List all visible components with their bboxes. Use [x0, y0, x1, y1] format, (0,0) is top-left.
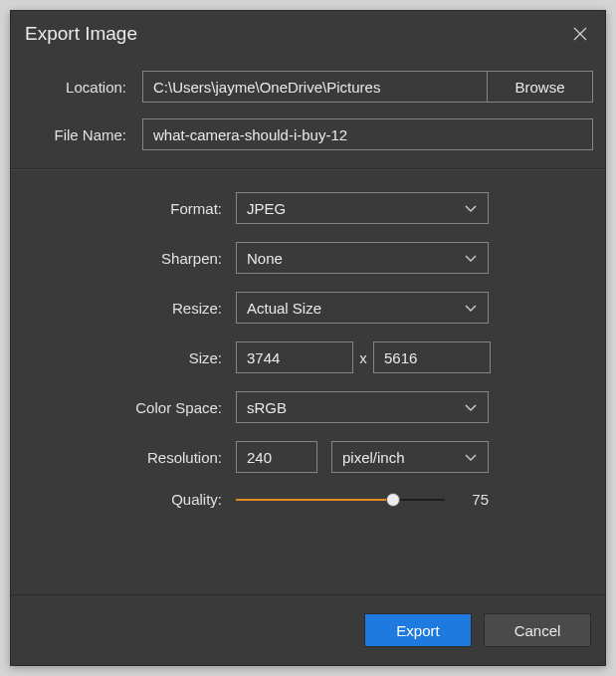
size-height-input[interactable] — [373, 341, 491, 373]
filename-label: File Name: — [23, 126, 142, 143]
format-select[interactable]: JPEG — [236, 192, 489, 224]
chevron-down-icon — [464, 200, 478, 217]
quality-slider[interactable] — [236, 492, 445, 508]
chevron-down-icon — [464, 399, 478, 416]
resolution-unit-select[interactable]: pixel/inch — [331, 441, 489, 473]
size-separator: x — [353, 349, 373, 366]
location-input[interactable] — [142, 71, 488, 103]
chevron-down-icon — [464, 449, 478, 466]
resize-value: Actual Size — [247, 300, 321, 317]
file-section: Location: Browse File Name: — [11, 59, 605, 168]
size-width-input[interactable] — [236, 341, 353, 373]
format-label: Format: — [23, 200, 236, 217]
resolution-label: Resolution: — [23, 449, 236, 466]
quality-value: 75 — [463, 491, 489, 508]
location-label: Location: — [23, 79, 142, 96]
close-button[interactable] — [571, 25, 589, 43]
slider-thumb[interactable] — [386, 493, 400, 507]
export-button[interactable]: Export — [364, 613, 472, 647]
resolution-unit-value: pixel/inch — [342, 449, 405, 466]
cancel-button[interactable]: Cancel — [484, 613, 591, 647]
browse-button[interactable]: Browse — [488, 71, 593, 103]
colorspace-label: Color Space: — [23, 399, 236, 416]
resize-label: Resize: — [23, 300, 236, 317]
close-icon — [572, 26, 588, 42]
chevron-down-icon — [464, 250, 478, 267]
sharpen-select[interactable]: None — [236, 242, 489, 274]
quality-label: Quality: — [23, 491, 236, 508]
chevron-down-icon — [464, 300, 478, 317]
options-section: Format: JPEG Sharpen: None Resize: Actua… — [11, 170, 605, 536]
export-image-dialog: Export Image Location: Browse File Name:… — [10, 10, 606, 666]
format-value: JPEG — [247, 200, 286, 217]
colorspace-value: sRGB — [247, 399, 287, 416]
dialog-title: Export Image — [25, 23, 137, 45]
sharpen-label: Sharpen: — [23, 250, 236, 267]
dialog-footer: Export Cancel — [11, 594, 605, 665]
size-label: Size: — [23, 349, 236, 366]
titlebar: Export Image — [11, 11, 605, 59]
resolution-input[interactable] — [236, 441, 317, 473]
filename-input[interactable] — [142, 118, 593, 150]
resize-select[interactable]: Actual Size — [236, 292, 489, 324]
colorspace-select[interactable]: sRGB — [236, 391, 489, 423]
slider-fill — [236, 499, 393, 501]
sharpen-value: None — [247, 250, 283, 267]
